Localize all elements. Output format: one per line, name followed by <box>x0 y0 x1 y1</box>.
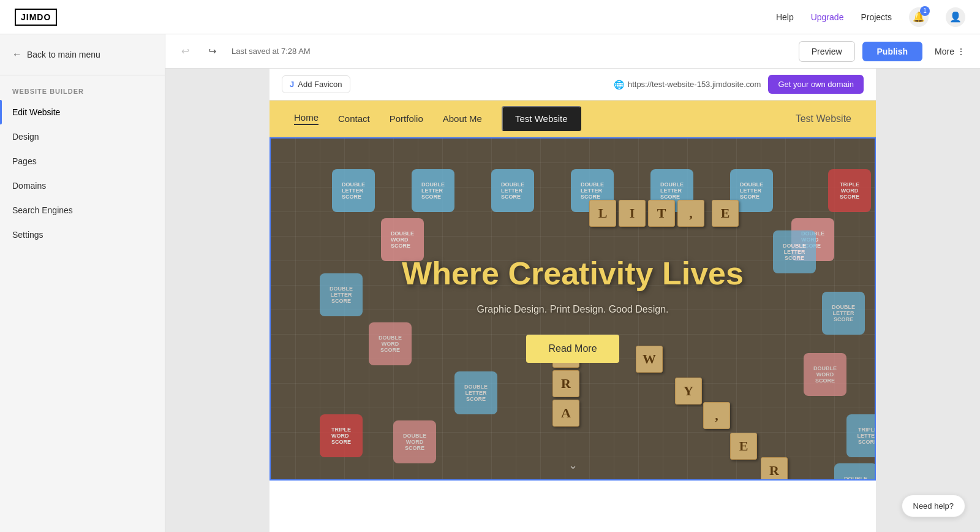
undo-button[interactable]: ↩ <box>175 42 195 61</box>
tile-double-letter-9: DOUBLELETTERSCORE <box>773 230 816 273</box>
letter-tile-e2: E <box>730 433 757 460</box>
sidebar-section-label: WEBSITE BUILDER <box>0 75 165 100</box>
publish-button[interactable]: Publish <box>862 42 923 61</box>
more-icon: ⋮ <box>957 47 965 56</box>
tile-double-letter-2: DOUBLELETTERSCORE <box>412 169 454 212</box>
preview-area: J Add Favicon 🌐 https://test-website-153… <box>165 69 980 532</box>
tile-double-letter-1: DOUBLELETTERSCORE <box>332 169 375 212</box>
tile-double-letter-7: DOUBLELETTERSCORE <box>320 273 363 316</box>
site-nav-about[interactable]: About Me <box>443 113 482 124</box>
need-help-button[interactable]: Need help? <box>902 495 966 517</box>
letter-tile-r3: R <box>761 457 788 479</box>
tile-triple-word-2: TRIPLEWORDSCORE <box>828 169 871 212</box>
preview-button[interactable]: Preview <box>799 41 855 62</box>
tile-double-letter-3: DOUBLELETTERSCORE <box>491 169 534 212</box>
sidebar-item-edit-website[interactable]: Edit Website <box>0 100 165 124</box>
sidebar-item-pages[interactable]: Pages <box>0 149 165 173</box>
add-favicon-button[interactable]: J Add Favicon <box>282 75 350 93</box>
top-header: JIMDO Help Upgrade Projects 🔔 1 👤 <box>0 0 980 34</box>
site-nav-cta-button[interactable]: Test Website <box>502 106 581 131</box>
globe-icon: 🌐 <box>614 80 624 89</box>
get-domain-button[interactable]: Get your own domain <box>768 75 864 94</box>
letter-tile-a2: A <box>552 400 579 427</box>
domain-bar: J Add Favicon 🌐 https://test-website-153… <box>270 69 876 101</box>
upgrade-link[interactable]: Upgrade <box>811 12 844 22</box>
help-link[interactable]: Help <box>776 12 794 22</box>
back-label: Back to main menu <box>27 50 100 59</box>
sidebar-item-search-engines[interactable]: Search Engines <box>0 198 165 222</box>
more-button[interactable]: More ⋮ <box>930 42 970 61</box>
site-nav-links: Home Contact Portfolio About Me Test Web… <box>294 106 581 131</box>
tile-double-letter-11: DOUBLELETTERSCORE <box>834 463 875 479</box>
hero-section[interactable]: 👁 🏷 ⧉ ⋮ DOUBLELETTERSCORE DOUBLELETTERSC… <box>270 137 876 481</box>
site-nav-home[interactable]: Home <box>294 112 318 125</box>
hero-content: Where Creativity Lives Graphic Design. P… <box>377 218 768 400</box>
tile-triple-word-1: TRIPLEWORDSCORE <box>320 414 363 457</box>
sidebar: ← Back to main menu WEBSITE BUILDER Edit… <box>0 34 165 532</box>
projects-link[interactable]: Projects <box>861 12 892 22</box>
redo-button[interactable]: ↪ <box>202 42 222 61</box>
tile-double-letter-10: DOUBLELETTERSCORE <box>822 292 865 335</box>
letter-tile-comma2: , <box>703 402 730 429</box>
notification-badge: 1 <box>920 6 930 16</box>
editor-toolbar: ↩ ↪ Last saved at 7:28 AM Preview Publis… <box>165 34 980 69</box>
hero-title: Where Creativity Lives <box>402 255 744 292</box>
jimdo-j-icon: J <box>290 80 294 89</box>
domain-url: 🌐 https://test-website-153.jimdosite.com <box>614 80 761 89</box>
tile-double-word-5: DOUBLEWORDSCORE <box>804 353 846 396</box>
back-to-main-menu-button[interactable]: ← Back to main menu <box>0 34 165 75</box>
hero-subtitle: Graphic Design. Print Design. Good Desig… <box>402 304 744 315</box>
editor-area: ↩ ↪ Last saved at 7:28 AM Preview Publis… <box>165 34 980 532</box>
site-nav: Home Contact Portfolio About Me Test Web… <box>270 101 876 137</box>
domain-right: 🌐 https://test-website-153.jimdosite.com… <box>614 75 864 94</box>
user-avatar[interactable]: 👤 <box>946 7 965 27</box>
notifications-button[interactable]: 🔔 1 <box>909 7 929 27</box>
site-nav-contact[interactable]: Contact <box>338 113 370 124</box>
website-frame: J Add Favicon 🌐 https://test-website-153… <box>270 69 876 532</box>
top-nav: Help Upgrade Projects 🔔 1 👤 <box>776 7 965 27</box>
main-layout: ← Back to main menu WEBSITE BUILDER Edit… <box>0 34 980 532</box>
tile-triple-letter-1: TRIPLELETTERSCORE <box>846 414 875 457</box>
site-brand-title: Test Website <box>796 113 851 124</box>
sidebar-item-settings[interactable]: Settings <box>0 222 165 247</box>
tile-double-word-4: DOUBLEWORDSCORE <box>393 420 436 463</box>
saved-status: Last saved at 7:28 AM <box>232 47 791 56</box>
site-nav-portfolio[interactable]: Portfolio <box>390 113 423 124</box>
sidebar-item-design[interactable]: Design <box>0 124 165 149</box>
jimdo-logo: JIMDO <box>15 9 57 26</box>
back-arrow-icon: ← <box>12 49 22 60</box>
scroll-indicator: ⌄ <box>568 458 578 472</box>
hero-read-more-button[interactable]: Read More <box>526 335 619 363</box>
sidebar-item-domains[interactable]: Domains <box>0 173 165 198</box>
